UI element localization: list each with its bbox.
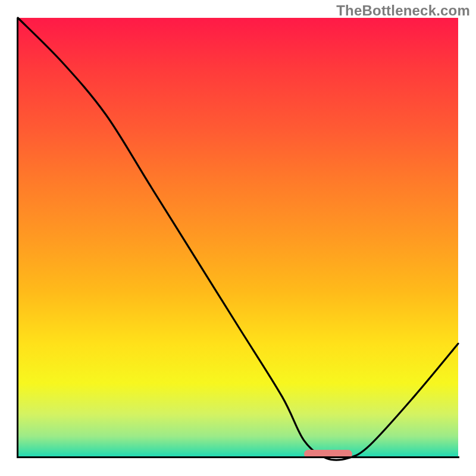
bottleneck-chart: TheBottleneck.com <box>0 0 476 476</box>
bottleneck-curve <box>18 18 458 458</box>
y-axis <box>17 18 18 458</box>
curve-path <box>18 18 458 460</box>
watermark-label: TheBottleneck.com <box>336 2 470 19</box>
x-axis <box>17 456 459 458</box>
